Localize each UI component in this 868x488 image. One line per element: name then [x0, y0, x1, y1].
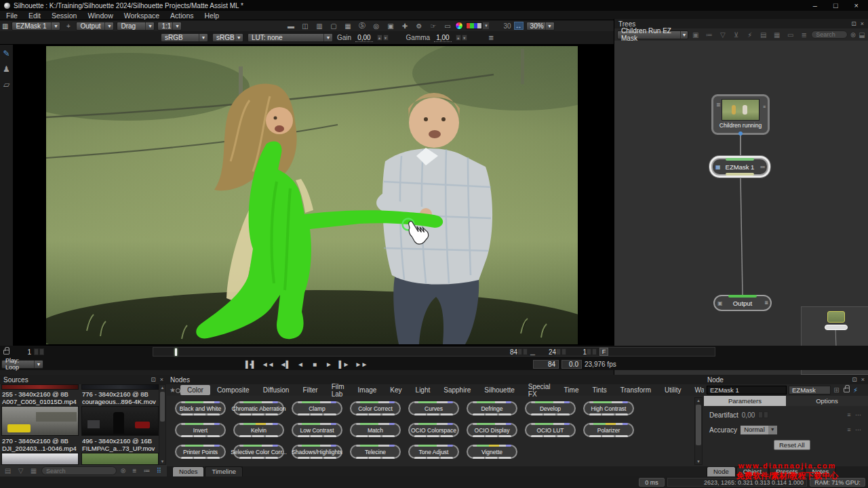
- gamma-stepper[interactable]: ▲▼: [456, 35, 467, 41]
- node-button-chromatic-aberration[interactable]: Chromatic Aberration: [233, 401, 284, 415]
- minimize-button[interactable]: –: [813, 1, 817, 9]
- gain-value[interactable]: 0,00: [355, 34, 372, 42]
- draw-stroke-tool-icon[interactable]: ✎: [3, 49, 9, 58]
- node-button-invert[interactable]: Invert: [175, 423, 226, 437]
- menu-edit[interactable]: Edit: [24, 12, 45, 20]
- favorites-star-icon[interactable]: ★: [170, 386, 176, 394]
- node-button-defringe[interactable]: Defringe: [467, 401, 517, 415]
- output-selector-dropdown[interactable]: Output▼: [76, 22, 114, 30]
- tab-options[interactable]: Options: [786, 396, 868, 406]
- label-icon[interactable]: ▭: [785, 31, 795, 39]
- node-button-low-contrast[interactable]: Low Contrast: [292, 423, 342, 437]
- node-button-tone-adjust[interactable]: Tone Adjust: [408, 445, 459, 459]
- gear-icon[interactable]: ⚙: [414, 22, 424, 30]
- gain-stepper[interactable]: ▲▼: [377, 35, 389, 41]
- viewer-image[interactable]: [46, 46, 578, 344]
- node-button-black-and-white[interactable]: Black and White: [175, 401, 226, 415]
- search-icon[interactable]: [176, 386, 180, 394]
- current-frame-value[interactable]: 84: [533, 360, 559, 369]
- step-stepper[interactable]: [587, 348, 597, 355]
- range-stepper[interactable]: [517, 348, 528, 355]
- lut-dropdown[interactable]: LUT: none▼: [248, 33, 333, 42]
- playhead[interactable]: [175, 348, 177, 356]
- tab-light[interactable]: Light: [409, 385, 437, 395]
- ezmask-node[interactable]: ▦ EZMask 1 ≡≡: [711, 158, 768, 176]
- tab-special-fx[interactable]: Special FX: [521, 382, 557, 399]
- list-view-icon[interactable]: ≡: [130, 467, 140, 474]
- timeline-start-value[interactable]: 1: [14, 348, 34, 356]
- frame-node-icon[interactable]: ▣: [690, 31, 701, 39]
- broadcast-monitor-icon[interactable]: ▢: [328, 22, 338, 30]
- node-button-high-contrast[interactable]: High Contrast: [583, 401, 634, 415]
- stop-button[interactable]: ■: [311, 361, 319, 368]
- param-options-icons[interactable]: ≡ ⋯: [847, 411, 863, 418]
- node-button-vignette[interactable]: Vignette: [467, 445, 517, 459]
- clear-search-icon[interactable]: ⊗: [119, 467, 127, 474]
- filter-sources-icon[interactable]: ▽: [16, 467, 26, 474]
- source-thumbnail[interactable]: [1, 384, 79, 390]
- range-end-value[interactable]: 84: [498, 348, 517, 356]
- close-button[interactable]: ×: [854, 1, 859, 9]
- timeline-track[interactable]: [153, 347, 715, 357]
- previous-keyframe-button[interactable]: ◄▌: [280, 361, 290, 368]
- color-wheel-icon[interactable]: [455, 22, 463, 30]
- node-output-port[interactable]: [738, 131, 743, 136]
- start-stepper[interactable]: [34, 348, 44, 355]
- speed-value[interactable]: 0.0: [561, 360, 582, 369]
- node-selector-dropdown[interactable]: EZMask 1▼: [12, 22, 60, 30]
- filter-icon[interactable]: ▽: [717, 31, 728, 39]
- work-stepper[interactable]: [556, 348, 566, 355]
- tab-diffusion[interactable]: Diffusion: [256, 385, 296, 395]
- region-icon[interactable]: ▣: [385, 22, 395, 30]
- node-button-ocio-display[interactable]: OCIO Display: [467, 423, 517, 437]
- sources-search-field[interactable]: [46, 468, 112, 474]
- deartifact-value[interactable]: 0,00: [742, 411, 755, 419]
- node-button-ocio-lut[interactable]: OCIO LUT: [525, 423, 576, 437]
- node-button-develop[interactable]: Develop: [525, 401, 576, 415]
- trees-search-field[interactable]: [816, 31, 843, 38]
- go-to-end-button[interactable]: ►►: [355, 361, 367, 368]
- tab-sapphire[interactable]: Sapphire: [437, 385, 477, 395]
- frame-increment-value[interactable]: 30: [503, 22, 511, 30]
- gamma-value[interactable]: 1,00: [434, 34, 451, 42]
- trees-search-input[interactable]: [811, 30, 848, 39]
- import-node-icon[interactable]: ⊻: [731, 31, 741, 39]
- fit-width-icon[interactable]: ↔: [514, 22, 524, 30]
- step-value[interactable]: 1: [576, 348, 587, 356]
- node-button-printer-points[interactable]: Printer Points: [175, 445, 226, 459]
- zoom-tool-icon[interactable]: ◎: [371, 22, 381, 30]
- proxy-grid-icon[interactable]: ▦: [342, 22, 353, 30]
- node-graph[interactable]: ≣ ≡ Children running ▦ EZMask 1 ≡≡ ▣ Out…: [614, 41, 868, 375]
- render-lightning-icon[interactable]: ⚡: [853, 386, 858, 394]
- clear-search-icon[interactable]: ⊗: [850, 31, 856, 39]
- node-button-clamp[interactable]: Clamp: [292, 401, 342, 415]
- source-thumbnail[interactable]: [1, 453, 79, 465]
- tab-time[interactable]: Time: [557, 385, 586, 395]
- footer-tab-nodes[interactable]: Nodes: [172, 466, 204, 476]
- source-node-children-running[interactable]: ≣ ≡ Children running: [711, 94, 770, 135]
- zebra-stripes-icon[interactable]: ▥: [314, 22, 324, 30]
- display-colorspace-dropdown[interactable]: sRGB▼: [212, 33, 243, 42]
- node-button-shadows-highlights[interactable]: Shadows/Highlights: [292, 445, 342, 459]
- work-range-value[interactable]: 24: [540, 348, 556, 356]
- loop-range-button[interactable]: ▌▪▌: [245, 361, 256, 368]
- close-panel-icon[interactable]: ×: [861, 376, 865, 383]
- working-colorspace-dropdown[interactable]: sRGB▼: [161, 33, 208, 42]
- tab-silhouette[interactable]: Silhouette: [477, 385, 521, 395]
- tab-composite[interactable]: Composite: [210, 385, 256, 395]
- thumbnail-view-icon[interactable]: ⠿: [154, 467, 164, 474]
- float-panel-icon[interactable]: ⊡: [852, 376, 857, 383]
- source-thumbnail[interactable]: [81, 453, 159, 465]
- float-panel-icon[interactable]: ⊡: [151, 376, 156, 383]
- deartifact-stepper[interactable]: [758, 411, 768, 418]
- node-button-telecine[interactable]: Telecine: [350, 445, 401, 459]
- tab-color[interactable]: Color: [180, 385, 210, 395]
- footer-tab-node[interactable]: Node: [707, 466, 736, 476]
- snap-icon[interactable]: ≔: [704, 31, 714, 39]
- overlay-icon[interactable]: ▭: [442, 22, 452, 30]
- render-lightning-icon[interactable]: ⚡: [745, 31, 755, 39]
- lock-icon[interactable]: [3, 350, 9, 354]
- pixel-ratio-dropdown[interactable]: 1:1▼: [157, 22, 182, 30]
- source-thumbnail[interactable]: [81, 406, 159, 436]
- channel-display-dropdown[interactable]: ▼: [466, 22, 490, 30]
